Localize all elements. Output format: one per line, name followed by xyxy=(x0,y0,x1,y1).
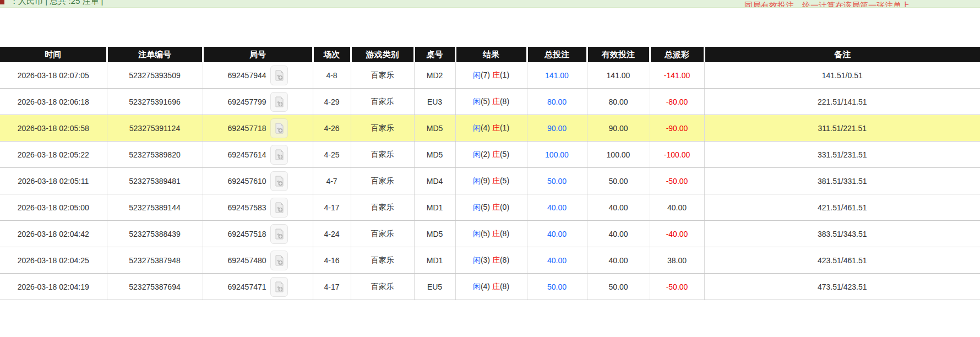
total-bet-link[interactable]: 141.00 xyxy=(545,71,569,80)
player-score: (5) xyxy=(481,97,490,106)
session-value: 4-16 xyxy=(324,256,339,265)
video-replay-button[interactable] xyxy=(270,118,288,138)
valid-bet-value: 90.00 xyxy=(608,124,628,133)
cell-bet-id: 523275387948 xyxy=(107,247,203,274)
banker-label: 庄 xyxy=(492,203,500,211)
bet-id-value: 523275391696 xyxy=(129,97,180,106)
round-number: 692457518 xyxy=(227,230,266,238)
video-replay-button[interactable] xyxy=(270,277,288,297)
player-label: 闲 xyxy=(473,256,481,264)
cell-session: 4-25 xyxy=(313,142,351,168)
cell-session: 4-17 xyxy=(313,274,351,300)
banker-label: 庄 xyxy=(492,229,500,238)
payout-value: 40.00 xyxy=(667,203,687,212)
total-bet-link[interactable]: 40.00 xyxy=(547,230,567,238)
bet-id-value: 523275389481 xyxy=(129,177,180,186)
time-value: 2026-03-18 02:05:00 xyxy=(18,203,89,212)
cell-table-no: MD1 xyxy=(414,247,455,274)
player-score: (5) xyxy=(481,229,490,238)
video-replay-button[interactable] xyxy=(270,224,288,244)
cell-total-bet: 40.00 xyxy=(527,247,587,274)
banker-score: (8) xyxy=(500,256,509,264)
payout-value: -50.00 xyxy=(666,282,688,291)
table-header: 时间注单编号局号场次游戏类别桌号结果总投注有效投注总派彩备注 xyxy=(0,47,980,62)
player-score: (7) xyxy=(481,70,490,79)
bet-id-value: 523275389820 xyxy=(129,150,180,159)
cell-game-type: 百家乐 xyxy=(351,115,414,142)
table-row: 2026-03-18 02:05:00523275389144692457583… xyxy=(0,194,980,221)
video-replay-button[interactable] xyxy=(270,145,288,165)
col-header-valid-bet: 有效投注 xyxy=(587,47,650,62)
cell-payout: -90.00 xyxy=(650,115,704,142)
video-replay-button[interactable] xyxy=(270,66,288,85)
cell-game-type: 百家乐 xyxy=(351,247,414,274)
total-bet-link[interactable]: 100.00 xyxy=(545,150,569,159)
total-bet-link[interactable]: 80.00 xyxy=(547,97,567,106)
total-bet-link[interactable]: 50.00 xyxy=(547,177,567,186)
total-bet-link[interactable]: 40.00 xyxy=(547,203,567,212)
round-number: 692457718 xyxy=(227,124,266,133)
table-row: 2026-03-18 02:04:19523275387694692457471… xyxy=(0,274,980,300)
cell-time: 2026-03-18 02:05:22 xyxy=(0,142,107,168)
total-bet-link[interactable]: 50.00 xyxy=(547,282,567,291)
cell-valid-bet: 50.00 xyxy=(587,168,650,194)
video-replay-icon xyxy=(274,149,284,160)
cell-game-type: 百家乐 xyxy=(351,142,414,168)
video-replay-icon xyxy=(274,281,284,292)
video-replay-button[interactable] xyxy=(270,171,288,191)
player-score: (4) xyxy=(481,123,490,132)
valid-bet-value: 40.00 xyxy=(608,256,628,265)
cell-total-bet: 90.00 xyxy=(527,115,587,142)
time-value: 2026-03-18 02:04:19 xyxy=(18,282,89,291)
bet-records-table: 时间注单编号局号场次游戏类别桌号结果总投注有效投注总派彩备注 2026-03-1… xyxy=(0,47,980,300)
valid-bet-value: 80.00 xyxy=(608,97,628,106)
cell-payout: -141.00 xyxy=(650,62,704,89)
cell-result: 闲(5) 庄(8) xyxy=(455,221,527,247)
cell-bet-id: 523275393509 xyxy=(107,62,203,89)
cell-bet-id: 523275388439 xyxy=(107,221,203,247)
round-number: 692457583 xyxy=(227,203,266,212)
payout-value: -100.00 xyxy=(664,150,690,159)
cell-remark: 473.51/423.51 xyxy=(704,274,980,300)
col-header-total-bet: 总投注 xyxy=(527,47,587,62)
video-replay-button[interactable] xyxy=(270,92,288,112)
remark-value: 141.51/0.51 xyxy=(822,71,863,80)
cell-session: 4-7 xyxy=(313,168,351,194)
game-type-value: 百家乐 xyxy=(371,123,394,132)
total-bet-link[interactable]: 90.00 xyxy=(547,124,567,133)
col-header-result: 结果 xyxy=(455,47,527,62)
player-score: (4) xyxy=(481,282,490,291)
player-score: (3) xyxy=(481,256,490,264)
cell-total-bet: 50.00 xyxy=(527,274,587,300)
table-no-value: MD4 xyxy=(427,177,443,186)
banker-score: (8) xyxy=(500,229,509,238)
table-no-value: EU5 xyxy=(427,282,442,291)
cell-total-bet: 141.00 xyxy=(527,62,587,89)
time-value: 2026-03-18 02:05:11 xyxy=(18,177,89,186)
table-no-value: MD2 xyxy=(427,71,443,80)
game-type-value: 百家乐 xyxy=(371,282,394,291)
table-row: 2026-03-18 02:05:22523275389820692457614… xyxy=(0,142,980,168)
cell-payout: -100.00 xyxy=(650,142,704,168)
cell-session: 4-24 xyxy=(313,221,351,247)
total-bet-link[interactable]: 40.00 xyxy=(547,256,567,265)
video-replay-button[interactable] xyxy=(270,198,288,218)
cell-result: 闲(2) 庄(5) xyxy=(455,142,527,168)
valid-bet-value: 141.00 xyxy=(607,71,630,80)
cell-remark: 331.51/231.51 xyxy=(704,142,980,168)
cell-table-no: MD5 xyxy=(414,142,455,168)
video-replay-button[interactable] xyxy=(270,251,288,270)
game-type-value: 百家乐 xyxy=(371,256,394,264)
player-label: 闲 xyxy=(473,203,481,211)
cell-round: 692457471 xyxy=(203,274,313,300)
banker-score: (1) xyxy=(500,123,509,132)
bet-id-value: 523275393509 xyxy=(129,71,180,80)
remark-value: 331.51/231.51 xyxy=(818,150,867,159)
cell-round: 692457480 xyxy=(203,247,313,274)
player-score: (5) xyxy=(481,203,490,211)
cell-valid-bet: 100.00 xyxy=(587,142,650,168)
cell-session: 4-17 xyxy=(313,194,351,221)
col-header-payout: 总派彩 xyxy=(650,47,704,62)
col-header-session: 场次 xyxy=(313,47,351,62)
cell-round: 692457944 xyxy=(203,62,313,89)
